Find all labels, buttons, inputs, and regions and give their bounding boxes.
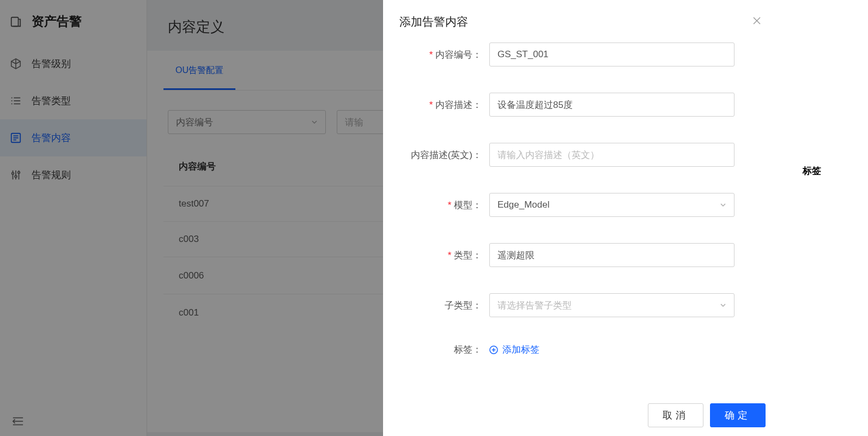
chevron-down-icon [720,202,726,208]
input-content-id[interactable]: GS_ST_001 [489,43,735,66]
select-subtype-placeholder: 请选择告警子类型 [497,299,572,312]
row-subtype: 子类型： 请选择告警子类型 [399,293,764,317]
input-content-id-value: GS_ST_001 [497,49,549,60]
select-subtype[interactable]: 请选择告警子类型 [489,293,735,317]
input-content-desc-en[interactable]: 请输入内容描述（英文） [489,143,735,167]
add-alarm-content-modal: 添加告警内容 内容编号： GS_ST_001 内容描述： 设备温度超过85度 内… [383,0,781,436]
plus-circle-icon [489,346,498,354]
right-strip: 标签 [781,0,868,436]
row-content-desc-en: 内容描述(英文)： 请输入内容描述（英文） [399,143,764,167]
input-content-desc-value: 设备温度超过85度 [497,99,573,111]
label-tag: 标签： [454,344,482,355]
select-model[interactable]: Edge_Model [489,193,735,217]
label-content-id: 内容编号： [429,50,482,60]
cancel-button[interactable]: 取消 [648,403,703,427]
label-subtype: 子类型： [445,300,482,311]
modal-header: 添加告警内容 [383,0,781,39]
input-type[interactable]: 遥测超限 [489,243,735,267]
modal-footer: 取消 确定 [648,403,766,427]
label-content-desc: 内容描述： [429,100,482,110]
add-tag-button[interactable]: 添加标签 [489,343,539,356]
close-icon [752,16,761,25]
ok-button[interactable]: 确定 [710,403,766,427]
row-content-id: 内容编号： GS_ST_001 [399,43,764,66]
input-content-desc-en-placeholder: 请输入内容描述（英文） [497,149,599,161]
row-tag: 标签： 添加标签 [399,343,764,356]
cancel-button-label: 取消 [663,409,689,422]
ok-button-label: 确定 [725,409,751,422]
label-type: 类型： [448,250,482,261]
label-model: 模型： [448,200,482,210]
row-type: 类型： 遥测超限 [399,243,764,267]
label-content-desc-en: 内容描述(英文)： [411,150,482,160]
th-tag: 标签 [803,165,821,177]
row-model: 模型： Edge_Model [399,193,764,217]
chevron-down-icon [720,302,726,308]
close-button[interactable] [749,14,764,28]
modal-form: 内容编号： GS_ST_001 内容描述： 设备温度超过85度 内容描述(英文)… [383,39,781,356]
add-tag-label: 添加标签 [502,343,539,356]
modal-title: 添加告警内容 [399,14,468,29]
row-content-desc: 内容描述： 设备温度超过85度 [399,93,764,117]
input-content-desc[interactable]: 设备温度超过85度 [489,93,735,117]
input-type-value: 遥测超限 [497,249,535,262]
select-model-value: Edge_Model [497,199,549,210]
